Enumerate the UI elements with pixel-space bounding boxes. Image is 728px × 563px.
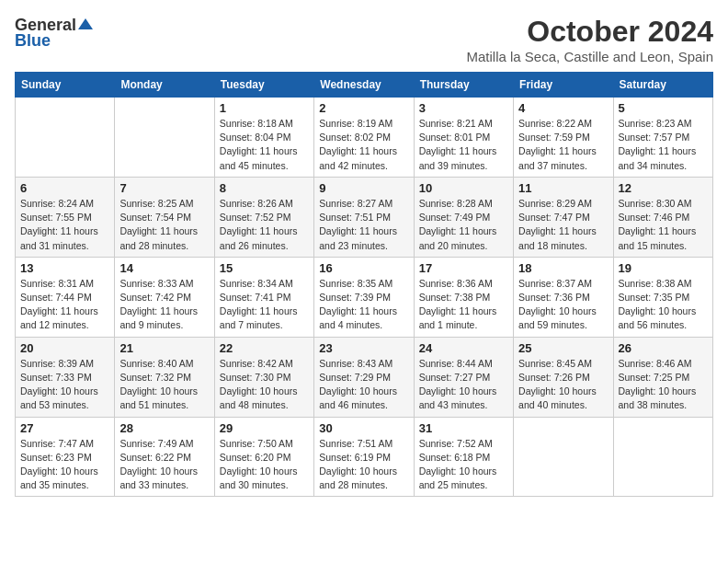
day-header-monday: Monday [115,73,214,98]
day-info: Sunrise: 8:25 AM Sunset: 7:54 PM Dayligh… [119,197,209,253]
day-number: 8 [220,181,309,195]
calendar-cell [16,98,115,178]
day-info: Sunrise: 8:27 AM Sunset: 7:51 PM Dayligh… [319,197,408,253]
calendar-cell: 31Sunrise: 7:52 AM Sunset: 6:18 PM Dayli… [414,417,513,497]
day-number: 30 [319,421,408,435]
calendar-cell: 15Sunrise: 8:34 AM Sunset: 7:41 PM Dayli… [214,257,313,337]
day-number: 25 [518,341,608,355]
day-info: Sunrise: 8:31 AM Sunset: 7:44 PM Dayligh… [20,277,109,333]
calendar-cell: 6Sunrise: 8:24 AM Sunset: 7:55 PM Daylig… [16,177,115,257]
day-info: Sunrise: 8:28 AM Sunset: 7:49 PM Dayligh… [419,197,508,253]
day-info: Sunrise: 8:43 AM Sunset: 7:29 PM Dayligh… [319,357,408,413]
calendar-cell: 13Sunrise: 8:31 AM Sunset: 7:44 PM Dayli… [16,257,115,337]
day-info: Sunrise: 8:34 AM Sunset: 7:41 PM Dayligh… [220,277,309,333]
day-header-saturday: Saturday [613,73,712,98]
calendar-cell: 24Sunrise: 8:44 AM Sunset: 7:27 PM Dayli… [414,337,513,417]
day-number: 20 [20,341,109,355]
calendar-cell: 16Sunrise: 8:35 AM Sunset: 7:39 PM Dayli… [314,257,414,337]
day-number: 31 [419,421,508,435]
day-header-thursday: Thursday [414,73,513,98]
day-number: 11 [518,181,608,195]
svg-marker-0 [78,18,93,29]
calendar-cell: 7Sunrise: 8:25 AM Sunset: 7:54 PM Daylig… [115,177,214,257]
calendar-cell: 30Sunrise: 7:51 AM Sunset: 6:19 PM Dayli… [314,417,414,497]
day-info: Sunrise: 7:47 AM Sunset: 6:23 PM Dayligh… [20,437,109,493]
day-info: Sunrise: 8:26 AM Sunset: 7:52 PM Dayligh… [220,197,309,253]
calendar-cell: 8Sunrise: 8:26 AM Sunset: 7:52 PM Daylig… [214,177,313,257]
calendar-cell: 2Sunrise: 8:19 AM Sunset: 8:02 PM Daylig… [314,98,414,178]
calendar-cell: 23Sunrise: 8:43 AM Sunset: 7:29 PM Dayli… [314,337,414,417]
calendar-cell: 28Sunrise: 7:49 AM Sunset: 6:22 PM Dayli… [115,417,214,497]
day-number: 15 [220,261,309,275]
day-info: Sunrise: 7:50 AM Sunset: 6:20 PM Dayligh… [220,437,309,493]
day-number: 19 [619,261,708,275]
day-number: 5 [619,101,708,115]
calendar-cell: 10Sunrise: 8:28 AM Sunset: 7:49 PM Dayli… [414,177,513,257]
day-number: 7 [119,181,209,195]
calendar-table: SundayMondayTuesdayWednesdayThursdayFrid… [15,72,713,497]
week-row-3: 13Sunrise: 8:31 AM Sunset: 7:44 PM Dayli… [16,257,713,337]
day-number: 18 [518,261,608,275]
calendar-cell: 14Sunrise: 8:33 AM Sunset: 7:42 PM Dayli… [115,257,214,337]
day-info: Sunrise: 8:36 AM Sunset: 7:38 PM Dayligh… [419,277,508,333]
day-number: 16 [319,261,408,275]
day-number: 14 [119,261,209,275]
day-number: 17 [419,261,508,275]
day-header-wednesday: Wednesday [314,73,414,98]
day-header-friday: Friday [514,73,613,98]
day-number: 27 [20,421,109,435]
day-number: 2 [319,101,408,115]
day-number: 1 [220,101,309,115]
month-title: October 2024 [467,15,714,49]
day-number: 9 [319,181,408,195]
calendar-cell: 29Sunrise: 7:50 AM Sunset: 6:20 PM Dayli… [214,417,313,497]
day-header-tuesday: Tuesday [214,73,313,98]
week-row-2: 6Sunrise: 8:24 AM Sunset: 7:55 PM Daylig… [16,177,713,257]
day-number: 28 [119,421,209,435]
day-number: 10 [419,181,508,195]
calendar-cell: 5Sunrise: 8:23 AM Sunset: 7:57 PM Daylig… [613,98,712,178]
day-info: Sunrise: 7:52 AM Sunset: 6:18 PM Dayligh… [419,437,508,493]
day-info: Sunrise: 8:39 AM Sunset: 7:33 PM Dayligh… [20,357,109,413]
day-number: 4 [518,101,608,115]
day-info: Sunrise: 8:18 AM Sunset: 8:04 PM Dayligh… [220,117,309,173]
calendar-cell: 1Sunrise: 8:18 AM Sunset: 8:04 PM Daylig… [214,98,313,178]
day-info: Sunrise: 8:33 AM Sunset: 7:42 PM Dayligh… [119,277,209,333]
day-info: Sunrise: 8:21 AM Sunset: 8:01 PM Dayligh… [419,117,508,173]
header: General Blue October 2024 Matilla la Sec… [15,15,713,64]
day-info: Sunrise: 8:46 AM Sunset: 7:25 PM Dayligh… [619,357,708,413]
days-header-row: SundayMondayTuesdayWednesdayThursdayFrid… [16,73,713,98]
day-number: 13 [20,261,109,275]
day-info: Sunrise: 8:44 AM Sunset: 7:27 PM Dayligh… [419,357,508,413]
day-number: 26 [619,341,708,355]
day-info: Sunrise: 8:35 AM Sunset: 7:39 PM Dayligh… [319,277,408,333]
calendar-cell [115,98,214,178]
calendar-cell: 12Sunrise: 8:30 AM Sunset: 7:46 PM Dayli… [613,177,712,257]
calendar-cell: 25Sunrise: 8:45 AM Sunset: 7:26 PM Dayli… [514,337,613,417]
calendar-cell [514,417,613,497]
title-area: October 2024 Matilla la Seca, Castille a… [467,15,714,64]
day-number: 6 [20,181,109,195]
calendar-cell: 11Sunrise: 8:29 AM Sunset: 7:47 PM Dayli… [514,177,613,257]
calendar-cell: 4Sunrise: 8:22 AM Sunset: 7:59 PM Daylig… [514,98,613,178]
day-info: Sunrise: 8:40 AM Sunset: 7:32 PM Dayligh… [119,357,209,413]
calendar-cell: 19Sunrise: 8:38 AM Sunset: 7:35 PM Dayli… [613,257,712,337]
calendar-cell: 26Sunrise: 8:46 AM Sunset: 7:25 PM Dayli… [613,337,712,417]
day-number: 24 [419,341,508,355]
calendar-cell: 9Sunrise: 8:27 AM Sunset: 7:51 PM Daylig… [314,177,414,257]
day-info: Sunrise: 8:37 AM Sunset: 7:36 PM Dayligh… [518,277,608,333]
day-info: Sunrise: 8:24 AM Sunset: 7:55 PM Dayligh… [20,197,109,253]
day-number: 21 [119,341,209,355]
day-info: Sunrise: 7:51 AM Sunset: 6:19 PM Dayligh… [319,437,408,493]
calendar-cell: 3Sunrise: 8:21 AM Sunset: 8:01 PM Daylig… [414,98,513,178]
calendar-cell: 27Sunrise: 7:47 AM Sunset: 6:23 PM Dayli… [16,417,115,497]
day-info: Sunrise: 7:49 AM Sunset: 6:22 PM Dayligh… [119,437,209,493]
day-header-sunday: Sunday [16,73,115,98]
day-info: Sunrise: 8:30 AM Sunset: 7:46 PM Dayligh… [619,197,708,253]
day-info: Sunrise: 8:42 AM Sunset: 7:30 PM Dayligh… [220,357,309,413]
day-info: Sunrise: 8:22 AM Sunset: 7:59 PM Dayligh… [518,117,608,173]
calendar-cell: 21Sunrise: 8:40 AM Sunset: 7:32 PM Dayli… [115,337,214,417]
week-row-4: 20Sunrise: 8:39 AM Sunset: 7:33 PM Dayli… [16,337,713,417]
day-number: 12 [619,181,708,195]
week-row-5: 27Sunrise: 7:47 AM Sunset: 6:23 PM Dayli… [16,417,713,497]
